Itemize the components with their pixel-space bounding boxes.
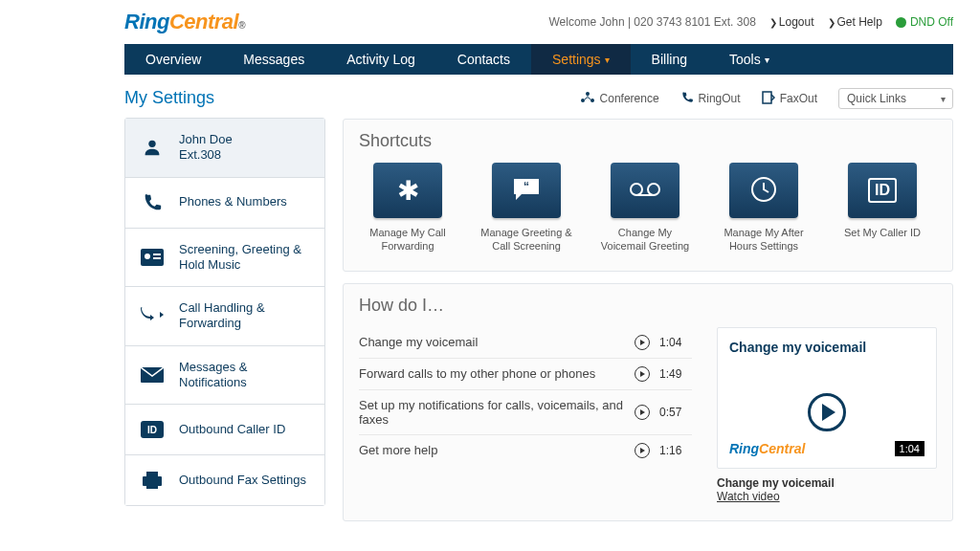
play-button-icon xyxy=(808,393,846,431)
nav-activity-log[interactable]: Activity Log xyxy=(325,44,436,75)
nav-messages[interactable]: Messages xyxy=(222,44,325,75)
page-title: My Settings xyxy=(124,88,325,108)
profile-name: John Doe xyxy=(179,132,233,146)
chevron-right-icon: ❯ xyxy=(769,17,777,28)
sidebar-item-profile[interactable]: John DoeExt.308 xyxy=(125,119,324,178)
svg-rect-4 xyxy=(153,257,161,259)
sidebar-item-phones[interactable]: Phones & Numbers xyxy=(125,178,324,229)
tile-voicemail[interactable]: Change My Voicemail Greeting xyxy=(596,163,694,253)
get-help-link[interactable]: ❯Get Help xyxy=(828,15,882,29)
chevron-right-icon: ❯ xyxy=(828,17,835,28)
sidebar-item-fax[interactable]: Outbound Fax Settings xyxy=(125,455,324,505)
ringout-icon xyxy=(680,91,694,107)
video-caption-title: Change my voicemail xyxy=(717,476,835,490)
fax-icon xyxy=(139,469,166,492)
svg-rect-3 xyxy=(153,253,161,255)
nav-settings[interactable]: Settings▾ xyxy=(531,44,631,75)
svg-point-16 xyxy=(631,184,642,195)
profile-ext: Ext.308 xyxy=(179,147,311,163)
howdoi-title: How do I… xyxy=(359,296,937,316)
settings-sidebar: John DoeExt.308 Phones & Numbers Screeni… xyxy=(124,118,325,506)
faxout-icon xyxy=(762,91,775,107)
sidebar-item-call-handling[interactable]: Call Handling & Forwarding xyxy=(125,287,324,346)
sidebar-item-label: Phones & Numbers xyxy=(179,194,311,209)
brand-logo-small: RingCentral xyxy=(729,441,805,456)
play-icon xyxy=(635,443,650,458)
sidebar-item-screening[interactable]: Screening, Greeting & Hold Music xyxy=(125,229,324,288)
welcome-text: Welcome John | 020 3743 8101 Ext. 308 xyxy=(548,15,755,29)
watch-video-link[interactable]: Watch video xyxy=(717,490,937,503)
sidebar-item-label: Screening, Greeting & Hold Music xyxy=(179,242,311,274)
sidebar-item-label: Call Handling & Forwarding xyxy=(179,300,311,332)
clock-icon xyxy=(749,175,778,207)
play-icon xyxy=(635,335,650,350)
svg-point-2 xyxy=(145,253,150,259)
tile-after-hours[interactable]: Manage My After Hours Settings xyxy=(715,163,813,253)
id-icon: ID xyxy=(139,418,166,441)
presence-dot-icon xyxy=(896,17,906,28)
svg-text:“: “ xyxy=(523,180,529,193)
id-icon: ID xyxy=(868,178,897,203)
faxout-link[interactable]: FaxOut xyxy=(762,91,817,107)
dnd-status[interactable]: DND Off xyxy=(896,15,953,29)
tile-call-forwarding[interactable]: ✱ Manage My Call Forwarding xyxy=(359,163,457,253)
play-icon xyxy=(635,366,650,382)
svg-point-11 xyxy=(586,92,590,96)
id-badge-icon xyxy=(139,246,166,269)
play-icon xyxy=(635,405,650,420)
main-nav: Overview Messages Activity Log Contacts … xyxy=(124,44,953,75)
howdoi-panel: How do I… Change my voicemail 1:04 Forwa… xyxy=(343,283,953,521)
nav-tools[interactable]: Tools▾ xyxy=(708,44,791,75)
howdo-row[interactable]: Forward calls to my other phone or phone… xyxy=(359,358,692,389)
chevron-down-icon: ▾ xyxy=(765,55,769,65)
voicemail-icon xyxy=(629,180,661,202)
envelope-icon xyxy=(139,364,166,386)
quick-links-select[interactable]: Quick Links ▾ xyxy=(838,88,953,109)
svg-rect-14 xyxy=(763,92,771,103)
shortcuts-panel: Shortcuts ✱ Manage My Call Forwarding “ … xyxy=(343,119,953,272)
nav-billing[interactable]: Billing xyxy=(631,44,708,75)
sidebar-item-messages[interactable]: Messages & Notifications xyxy=(125,346,324,406)
logout-link[interactable]: ❯Logout xyxy=(769,15,814,29)
video-duration: 1:04 xyxy=(895,441,924,456)
svg-point-0 xyxy=(148,141,155,147)
phone-icon xyxy=(139,191,166,214)
svg-text:ID: ID xyxy=(147,425,157,435)
shortcuts-title: Shortcuts xyxy=(359,131,937,151)
video-preview[interactable]: Change my voicemail RingCentral 1:04 xyxy=(717,327,937,469)
svg-point-13 xyxy=(590,99,594,102)
svg-point-12 xyxy=(581,99,585,102)
asterisk-icon: ✱ xyxy=(397,175,419,207)
ringout-link[interactable]: RingOut xyxy=(680,91,741,107)
svg-rect-9 xyxy=(146,472,158,476)
nav-overview[interactable]: Overview xyxy=(124,44,222,75)
tile-greeting[interactable]: “ Manage Greeting & Call Screening xyxy=(478,163,575,253)
call-forward-icon xyxy=(139,304,166,327)
svg-point-17 xyxy=(648,184,659,195)
nav-contacts[interactable]: Contacts xyxy=(436,44,531,75)
svg-rect-10 xyxy=(146,484,158,489)
howdo-row[interactable]: Change my voicemail 1:04 xyxy=(359,327,692,358)
conference-icon xyxy=(580,91,595,107)
howdo-row[interactable]: Set up my notifications for calls, voice… xyxy=(359,389,692,434)
chevron-down-icon: ▾ xyxy=(941,94,946,104)
tile-caller-id[interactable]: ID Set My Caller ID xyxy=(834,163,931,253)
howdo-row[interactable]: Get more help 1:16 xyxy=(359,434,692,466)
sidebar-item-label: Outbound Fax Settings xyxy=(179,473,311,488)
sidebar-item-label: Messages & Notifications xyxy=(179,360,311,391)
sidebar-item-caller-id[interactable]: ID Outbound Caller ID xyxy=(125,405,324,455)
user-icon xyxy=(139,136,166,159)
conference-link[interactable]: Conference xyxy=(580,91,659,107)
sidebar-item-label: Outbound Caller ID xyxy=(179,422,311,437)
chevron-down-icon: ▾ xyxy=(605,55,610,65)
brand-logo: RingCentral® xyxy=(124,10,245,34)
speech-icon: “ xyxy=(512,177,541,205)
